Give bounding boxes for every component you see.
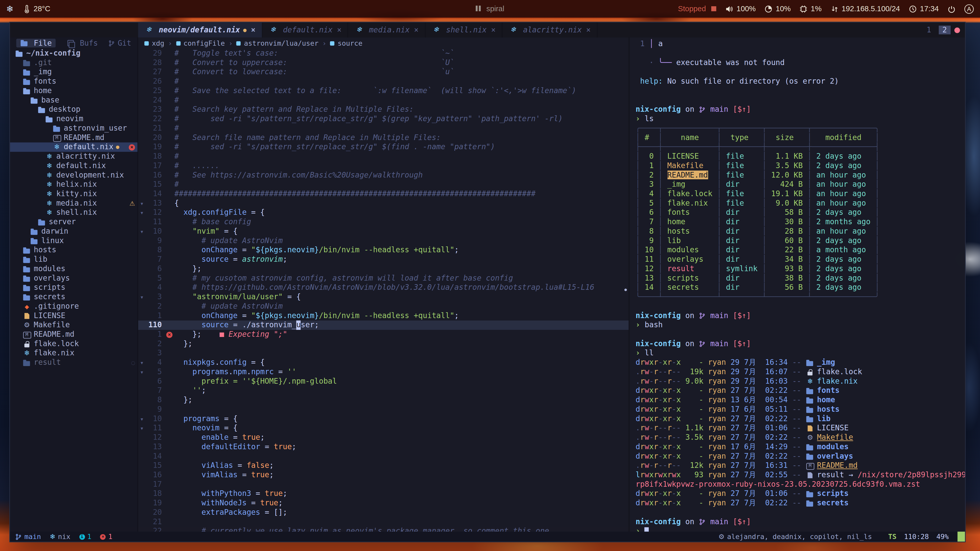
line-number: 17 <box>146 480 164 489</box>
code-line: 1 onChange = "${pkgs.neovim}/bin/nvim --… <box>138 311 628 321</box>
tree-item-server[interactable]: server <box>10 218 138 227</box>
tree-item-.gitignore[interactable]: ◆.gitignore <box>10 302 138 311</box>
tree-item-alacritty.nix[interactable]: ❄alacritty.nix <box>10 152 138 161</box>
folder-icon <box>806 359 815 366</box>
treesitter-indicator: TS <box>888 533 896 541</box>
line-number: 15 <box>146 461 164 470</box>
fold-column <box>138 236 145 246</box>
tree-item-default.nix[interactable]: ❄default.nix <box>10 161 138 171</box>
tab-bufs[interactable]: Bufs <box>66 39 98 48</box>
tree-item-README.md[interactable]: README.md <box>10 133 138 143</box>
tabpage-1[interactable]: 1 <box>923 25 935 34</box>
terminal-pane[interactable]: 1 │ a · ╰── executable was not found hel… <box>629 38 966 532</box>
line-number: 25 <box>146 86 164 96</box>
fold-column <box>138 517 145 527</box>
tree-item-neovim[interactable]: neovim <box>10 114 138 124</box>
tabpage-2[interactable]: 2 <box>939 25 951 34</box>
network-widget[interactable]: 192.168.5.100/24 <box>830 4 900 13</box>
line-number: 22 <box>146 114 164 124</box>
tree-item-flake.lock[interactable]: flake.lock <box>10 339 138 349</box>
tree-item-secrets[interactable]: secrets <box>10 292 138 302</box>
close-buffer-icon[interactable]: × <box>586 25 591 34</box>
close-buffer-icon[interactable]: × <box>337 25 342 34</box>
tree-item-kitty.nix[interactable]: ❄kitty.nix <box>10 189 138 199</box>
tree-item-modules[interactable]: modules <box>10 264 138 274</box>
tree-item-home[interactable]: home <box>10 86 138 96</box>
nixos-logo-icon[interactable]: ❄ <box>6 4 14 14</box>
fold-column <box>138 77 145 86</box>
folder-icon <box>806 415 815 422</box>
buffers-icon <box>66 39 75 47</box>
tree-item-result[interactable]: result◌ <box>10 358 138 367</box>
clock-value: 17:34 <box>920 4 939 13</box>
shell-command: › ll <box>636 349 966 358</box>
tree-item-astronvim_user[interactable]: astronvim_user <box>10 124 138 133</box>
editor[interactable]: xdg›configFile›astronvim/lua/user›source… <box>138 38 628 532</box>
code-line: 23# Search key pattern and Replace in Mu… <box>138 105 628 114</box>
tree-item-flake.nix[interactable]: ❄flake.nix <box>10 349 138 358</box>
terminal-line: ├────┼────────────┼─────────┼─────────┼─… <box>636 142 966 152</box>
fold-column <box>138 274 145 283</box>
lsp-clients-segment[interactable]: ⚙ alejandra, deadnix, copilot, nil_ls <box>718 533 872 541</box>
diagnostic-info-segment[interactable]: i 1 <box>79 533 91 541</box>
tree-item-.git[interactable]: .git <box>10 58 138 68</box>
tree-item-development.nix[interactable]: ❄development.nix <box>10 171 138 180</box>
code-area[interactable]: 29# Toggle text's case: `~` 28# Convert … <box>138 49 628 532</box>
close-buffer-icon[interactable]: × <box>491 25 496 34</box>
close-window-icon[interactable] <box>955 27 960 33</box>
close-buffer-icon[interactable]: × <box>414 25 418 34</box>
error-icon: × <box>100 534 106 540</box>
tree-item-desktop[interactable]: desktop <box>10 105 138 114</box>
ls-table-row: │ 9 │ lib │ dir │ 60 B │ 2 days ago │ <box>636 236 966 246</box>
tab-file[interactable]: File <box>16 39 56 48</box>
fold-column <box>138 339 145 349</box>
keyboard-layout-indicator[interactable]: A <box>964 4 974 14</box>
diagnostic-error-segment[interactable]: × 1 <box>100 533 112 541</box>
power-icon <box>948 5 956 13</box>
tree-item-darwin[interactable]: darwin <box>10 227 138 236</box>
git-branch-segment[interactable]: main <box>15 533 41 541</box>
recorder-widget[interactable]: Stopped <box>678 4 717 13</box>
line-number: 5 <box>146 367 164 377</box>
tree-item-README.md[interactable]: README.md <box>10 330 138 339</box>
lock-icon <box>22 340 31 348</box>
tree-item-scripts[interactable]: scripts <box>10 283 138 292</box>
tree-item-fonts[interactable]: fonts <box>10 77 138 86</box>
network-icon <box>830 5 838 13</box>
tree-item-shell.nix[interactable]: ❄shell.nix <box>10 208 138 218</box>
tree-item-media.nix[interactable]: ❄media.nix⚠ <box>10 199 138 208</box>
ll-row: drwxr-xr-x - ryan 27 7月 02:22 -- fonts <box>636 386 966 395</box>
media-widget[interactable]: spiral <box>476 4 504 13</box>
tree-item-_img[interactable]: _img <box>10 67 138 77</box>
cursor-position: 110:28 <box>904 533 929 541</box>
git-icon: ◆ <box>22 303 31 310</box>
code-line: 16# See https://astronvim.com/Basic%20Us… <box>138 171 628 180</box>
tree-item-helix.nix[interactable]: ❄helix.nix <box>10 180 138 189</box>
buffer-tab-alacritty.nix[interactable]: ❄alacritty.nix× <box>503 22 598 38</box>
scrollbar-dot[interactable] <box>625 289 627 291</box>
tree-item-LICENSE[interactable]: LICENSE <box>10 311 138 321</box>
tree-item-hosts[interactable]: hosts <box>10 245 138 255</box>
tab-git[interactable]: Git <box>108 39 131 48</box>
buffer-tab-shell.nix[interactable]: ❄shell.nix× <box>425 22 503 38</box>
fold-column <box>138 245 145 255</box>
ls-table-row: │ 3 │ _img │ dir │ 424 B │ an hour ago │ <box>636 180 966 189</box>
tree-item-default.nix[interactable]: ❄default.nix●× <box>10 142 138 152</box>
power-button[interactable] <box>948 5 956 13</box>
fold-open-icon: ▾ <box>138 414 145 424</box>
code-line: ▾12 xdg.configFile = { <box>138 208 628 218</box>
tree-item-base[interactable]: base <box>10 96 138 105</box>
tree-item-overlays[interactable]: overlays <box>10 274 138 283</box>
buffer-tab-media.nix[interactable]: ❄media.nix× <box>348 22 425 38</box>
folder-icon <box>52 125 61 132</box>
volume-widget[interactable]: 100% <box>725 4 756 13</box>
buffer-tab-neovim/default.nix[interactable]: ❄neovim/default.nix●× <box>138 22 262 38</box>
tree-root[interactable]: ~/nix-config <box>10 49 138 58</box>
tree-item-Makefile[interactable]: ⚙Makefile <box>10 321 138 330</box>
close-buffer-icon[interactable]: × <box>251 25 256 34</box>
line-number: 18 <box>146 152 164 161</box>
buffer-tab-default.nix[interactable]: ❄default.nix× <box>262 22 348 38</box>
tree-item-linux[interactable]: linux <box>10 236 138 246</box>
line-number: 9 <box>146 236 164 246</box>
tree-item-lib[interactable]: lib <box>10 255 138 264</box>
